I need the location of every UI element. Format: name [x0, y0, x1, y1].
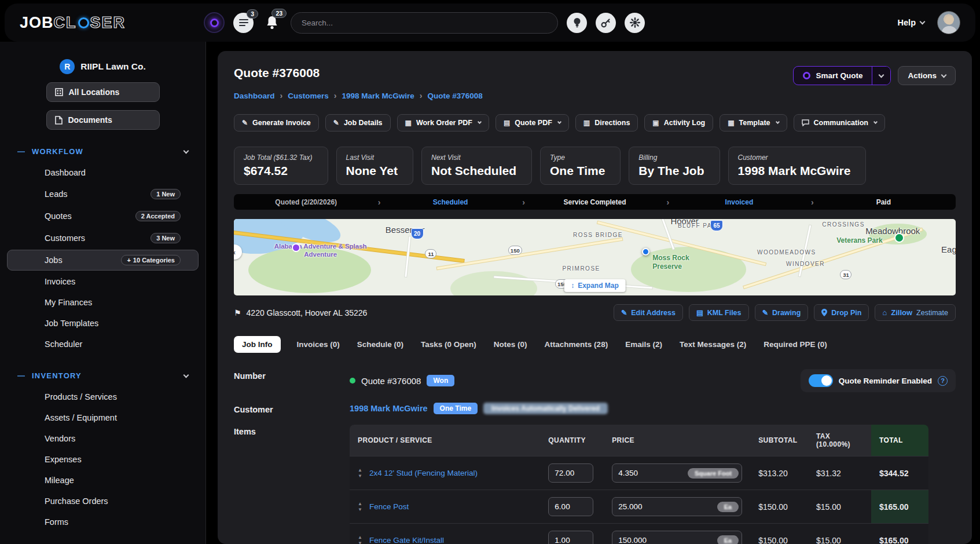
toolbar: ✎Generate Invoice ✎Job Details ▦Work Ord…: [234, 114, 956, 132]
zillow-zestimate-button[interactable]: ⌂ Zillow Zestimate: [875, 304, 956, 321]
section-inventory[interactable]: INVENTORY: [0, 371, 205, 380]
help-question-icon[interactable]: ?: [938, 376, 948, 386]
reorder-handle[interactable]: ▲▼: [358, 468, 362, 479]
col-price: PRICE: [604, 425, 750, 457]
move-up-icon[interactable]: ▲: [358, 502, 362, 506]
expand-map-button[interactable]: ↕ Expand Map: [564, 279, 626, 292]
user-avatar[interactable]: [937, 11, 960, 34]
reorder-handle[interactable]: ▲▼: [358, 535, 362, 544]
move-down-icon[interactable]: ▼: [358, 474, 362, 479]
sidebar-item-forms[interactable]: Forms: [7, 512, 199, 532]
search-input[interactable]: [291, 12, 558, 34]
drop-pin-button[interactable]: Drop Pin: [814, 304, 869, 321]
logo-text-job: JOB: [20, 14, 54, 32]
pencil-icon: ✎: [762, 308, 768, 317]
move-down-icon[interactable]: ▼: [358, 541, 362, 544]
product-link[interactable]: Fence Post: [369, 502, 409, 511]
pipeline-service-completed[interactable]: Service Completed›: [523, 198, 667, 206]
item-row-2: ▲▼ Fence Post Ea $150.00 $15.00 $165.00: [350, 490, 928, 524]
pipeline-scheduled[interactable]: Scheduled›: [378, 198, 522, 206]
section-dash-icon: [17, 375, 25, 377]
status-ring-button[interactable]: [204, 12, 225, 33]
tab-tasks[interactable]: Tasks (0 Open): [420, 336, 478, 353]
subtotal-value: $150.00: [750, 490, 808, 524]
product-link[interactable]: Fence Gate Kit/Install: [369, 536, 444, 544]
sidebar-item-assets-equipment[interactable]: Assets / Equipment: [7, 408, 199, 428]
chevron-down-icon: [183, 148, 189, 154]
smart-quote-dropdown[interactable]: [872, 67, 890, 85]
job-location-marker[interactable]: [642, 248, 649, 255]
pipeline-quoted[interactable]: Quoted (2/20/2026)›: [234, 198, 378, 206]
sidebar-item-purchase-orders[interactable]: Purchase Orders: [7, 491, 199, 511]
sidebar-item-leads[interactable]: Leads1 New: [7, 184, 199, 205]
help-menu[interactable]: Help: [898, 18, 924, 27]
all-locations-button[interactable]: All Locations: [46, 82, 160, 102]
template-button[interactable]: ▦Template: [720, 114, 787, 132]
sidebar-item-invoices[interactable]: Invoices: [7, 272, 199, 291]
quantity-input[interactable]: [548, 497, 593, 516]
settings-button[interactable]: [625, 13, 645, 33]
smart-quote-button[interactable]: Smart Quote: [793, 66, 891, 85]
task-list-button[interactable]: 3: [233, 13, 254, 33]
tab-schedule[interactable]: Schedule (0): [356, 336, 405, 353]
quote-pdf-button[interactable]: ▤Quote PDF: [495, 114, 569, 132]
activity-log-button[interactable]: ▣Activity Log: [644, 114, 713, 132]
move-up-icon[interactable]: ▲: [358, 468, 362, 473]
sidebar-item-scheduler[interactable]: Scheduler: [7, 334, 199, 354]
work-order-pdf-button[interactable]: ▦Work Order PDF: [397, 114, 489, 132]
sidebar-item-quotes[interactable]: Quotes2 Accepted: [7, 206, 199, 227]
idea-button[interactable]: [567, 13, 587, 33]
sidebar-item-expenses[interactable]: Expenses: [7, 450, 199, 469]
directions-button[interactable]: ▥Directions: [575, 114, 638, 132]
quote-reminder-toggle[interactable]: [809, 374, 833, 387]
breadcrumb-customers[interactable]: Customers: [288, 92, 329, 100]
api-keys-button[interactable]: [596, 13, 616, 33]
breadcrumb-customer-name[interactable]: 1998 Mark McGwire: [342, 92, 414, 100]
product-link[interactable]: 2x4 12' Stud (Fencing Material): [369, 469, 478, 477]
move-up-icon[interactable]: ▲: [358, 535, 362, 540]
tab-notes[interactable]: Notes (0): [493, 336, 528, 353]
tab-invoices[interactable]: Invoices (0): [296, 336, 341, 353]
company-selector[interactable]: R RIIPL Lawn Co.: [0, 59, 205, 74]
sidebar-item-vendors[interactable]: Vendors: [7, 429, 199, 448]
sidebar-item-job-templates[interactable]: Job Templates: [7, 313, 199, 333]
tab-job-info[interactable]: Job Info: [234, 336, 281, 353]
edit-address-button[interactable]: ✎Edit Address: [614, 304, 683, 321]
sidebar-item-products-services[interactable]: Products / Services: [7, 387, 199, 407]
customer-link[interactable]: 1998 Mark McGwire: [350, 404, 428, 413]
app-logo[interactable]: JOBCLSER: [20, 14, 126, 32]
sidebar-item-jobs[interactable]: Jobs+10 Categories: [7, 250, 199, 271]
kml-files-button[interactable]: ▤KML Files: [689, 304, 749, 321]
reorder-handle[interactable]: ▲▼: [358, 502, 362, 512]
notifications-button[interactable]: 23: [262, 12, 282, 33]
generate-invoice-button[interactable]: ✎Generate Invoice: [234, 114, 319, 132]
documents-button[interactable]: Documents: [46, 110, 160, 130]
actions-button[interactable]: Actions: [898, 66, 956, 85]
job-details-button[interactable]: ✎Job Details: [325, 114, 391, 132]
breadcrumb-dashboard[interactable]: Dashboard: [234, 92, 275, 100]
sidebar-item-customers[interactable]: Customers3 New: [7, 228, 199, 249]
breadcrumb-quote[interactable]: Quote #376008: [427, 92, 482, 100]
pipeline-paid[interactable]: Paid: [812, 198, 956, 206]
move-down-icon[interactable]: ▼: [358, 508, 362, 512]
pipeline-invoiced[interactable]: Invoiced›: [667, 198, 811, 206]
section-dash-icon: [17, 151, 25, 152]
map[interactable]: Hoover Bessemer BLUFF PARK ROSS BRIDGE C…: [234, 219, 956, 295]
quantity-input[interactable]: [548, 531, 593, 544]
plus-icon: +: [127, 257, 130, 264]
section-workflow[interactable]: WORKFLOW: [0, 147, 205, 156]
tab-required-ppe[interactable]: Required PPE (0): [762, 336, 828, 353]
tab-text-messages[interactable]: Text Messages (2): [678, 336, 747, 353]
status-pipeline: Quoted (2/20/2026)› Scheduled› Service C…: [234, 194, 956, 210]
chevron-down-icon: [478, 120, 482, 124]
sidebar-item-dashboard[interactable]: Dashboard: [7, 163, 199, 182]
sidebar-item-my-finances[interactable]: My Finances: [7, 293, 199, 312]
sidebar: R RIIPL Lawn Co. All Locations Documents…: [0, 42, 206, 544]
quantity-input[interactable]: [548, 463, 593, 483]
tab-emails[interactable]: Emails (2): [624, 336, 663, 353]
map-label-alabama-adventure: Alabama Adventure & Splash Adventure: [266, 242, 375, 259]
tab-attachments[interactable]: Attachments (28): [544, 336, 610, 353]
sidebar-item-mileage[interactable]: Mileage: [7, 470, 199, 490]
communication-button[interactable]: Communication: [794, 114, 885, 132]
drawing-button[interactable]: ✎Drawing: [755, 304, 809, 321]
